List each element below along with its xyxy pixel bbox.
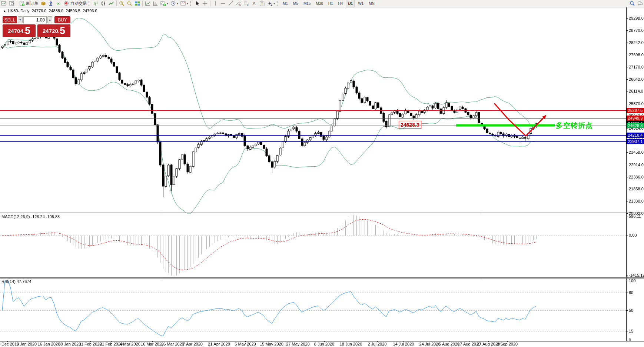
charts-icon[interactable] [0,0,7,7]
chart-glyph [1,1,7,6]
autotrade-button-label: 自动交易 [70,1,87,6]
annotation-text-cn[interactable]: 多空转折点 [556,121,593,130]
sell-price-panel[interactable]: 24704.5 [3,24,36,37]
toolbar-grip [277,1,279,6]
symbol-period-label: HK50-,Daily [8,9,30,13]
periods-clock-icon[interactable]: ▾ [170,0,179,7]
cursor-icon[interactable] [194,0,201,7]
crosshair-icon[interactable] [202,0,209,7]
chart-ohlc-header: ▲HK50-,Daily24776.024838.024596.524706.0 [3,9,100,13]
vline-glyph [213,1,218,6]
messenger-icon[interactable] [47,0,54,7]
tile-windows-icon[interactable] [134,0,141,7]
autotrade-glyph [64,1,69,6]
candlestick-chart-icon[interactable] [100,0,107,7]
equidistant-channel-icon[interactable]: E [235,0,242,7]
candle-glyph [101,1,106,6]
toolbar-grip [190,1,192,6]
axis-price-badge: 25287.5 [627,108,644,113]
chevron-down-icon[interactable]: ▾ [167,2,168,5]
chart-canvas[interactable] [0,0,644,347]
axis-price-badge: 24628.3 [627,123,644,128]
text-label-icon[interactable]: T [259,0,266,7]
sell-price-pips: 5 [25,25,30,37]
indicator-windows-icon[interactable] [152,0,159,7]
one-click-trading-panel: SELL ▼ ▲ BUY 24704.5 24720.5 [3,16,70,37]
bars-glyph [93,1,99,6]
profile-icon[interactable] [8,0,15,7]
close-value: 24706.0 [83,9,97,13]
price-annotation-label[interactable]: 24628.3 [399,121,421,129]
open-value: 24776.0 [32,9,47,13]
sell-price: 24704. [8,26,25,37]
add-indicator-icon[interactable]: ▾ [160,0,169,7]
chevron-down-icon[interactable]: ▾ [273,2,275,5]
profile-glyph [9,1,14,6]
timeframe-m1[interactable]: M1 [280,0,290,7]
timeframe-m5[interactable]: M5 [291,0,301,7]
cursor-glyph [195,1,200,6]
ind1-glyph [145,1,150,6]
timeframe-m15[interactable]: M15 [301,0,313,7]
horizontal-line-icon[interactable] [220,0,227,7]
volume-increase-button[interactable]: ▲ [47,16,52,23]
signal-glyph [56,1,62,6]
textA-glyph: A [252,1,257,6]
fibonacci-icon[interactable]: F [243,0,250,7]
zoom-out-icon[interactable] [126,0,133,7]
rsi-indicator-label: RSI(14) 47.7674 [1,279,31,284]
autotrade-button[interactable]: 自动交易 [63,0,87,7]
buy-price-pips: 5 [60,25,65,37]
axis-price-badge: 24949.9 [627,116,644,121]
svg-text:F: F [247,4,249,6]
chevron-down-icon[interactable]: ▾ [187,2,188,5]
neworder-glyph [19,1,25,6]
line-chart-icon[interactable] [108,0,115,7]
timeframe-m30[interactable]: M30 [313,0,325,7]
toolbar-grip [89,1,90,6]
gold-cube-icon[interactable] [40,0,47,7]
axis-price-badge: 23937.1 [627,139,644,144]
timeframe-h4[interactable]: H4 [336,0,345,7]
search-icon[interactable] [629,0,636,7]
ind2-glyph [153,1,158,6]
indicators-icon[interactable] [144,0,151,7]
timeframe-w1[interactable]: W1 [356,0,366,7]
zoom-in-icon[interactable] [118,0,125,7]
templates-icon[interactable]: ▾ [180,0,189,7]
hline-glyph [220,1,226,6]
new-order-button[interactable]: 新订单 [19,0,39,7]
timeframe-h1[interactable]: H1 [326,0,335,7]
arrows-icon[interactable]: ▾ [266,0,276,7]
collapse-panel-icon[interactable]: ▲ [3,9,6,13]
addind-glyph [160,1,166,6]
cross-glyph [202,1,208,6]
axis-price-badge: 24210.4 [627,133,644,138]
vertical-line-icon[interactable] [212,0,219,7]
toolbar-separator [17,1,17,6]
buy-price-panel[interactable]: 24720.5 [37,24,70,37]
low-value: 24596.5 [66,9,80,13]
trendline-icon[interactable] [228,0,235,7]
timeframe-mn[interactable]: MN [366,0,377,7]
buy-button[interactable]: BUY [54,16,70,23]
bar-chart-icon[interactable] [92,0,99,7]
chat-icon[interactable] [637,0,644,7]
tile-glyph [135,1,140,6]
svg-text:T: T [261,2,263,6]
sell-button[interactable]: SELL [3,16,17,23]
volume-decrease-button[interactable]: ▼ [18,16,23,23]
search-glyph [630,1,635,6]
volume-input[interactable] [23,16,47,23]
toolbar-separator [116,1,117,6]
toolbar-separator [210,1,210,6]
toolbar: 新订单自动交易▾▾▾EFAT▾M1M5M15M30H1H4D1W1MN [0,0,644,7]
textT-glyph: T [259,1,265,6]
signal-icon[interactable] [55,0,62,7]
timeframe-d1[interactable]: D1 [346,0,355,7]
chat-glyph [637,1,643,6]
star-glyph [267,1,273,6]
chevron-down-icon[interactable]: ▾ [177,2,178,5]
cube-glyph [40,1,46,6]
text-icon[interactable]: A [251,0,258,7]
